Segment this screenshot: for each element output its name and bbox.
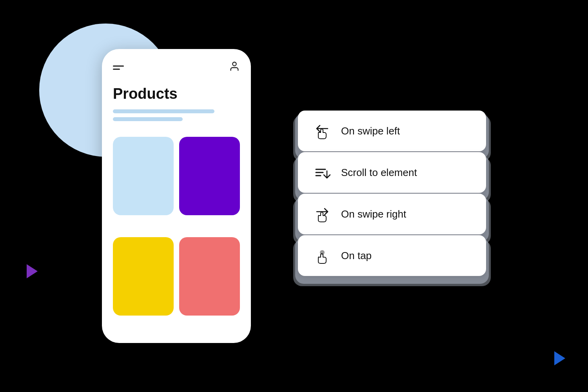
action-wrapper-swipe-left: On swipe left <box>298 111 486 157</box>
product-card-pink <box>179 237 240 316</box>
user-icon <box>229 61 240 74</box>
phone-wrapper: Products <box>102 49 251 343</box>
product-card-purple <box>179 137 240 215</box>
swipe-left-label: On swipe left <box>341 125 400 137</box>
deco-triangle-blue <box>554 351 565 365</box>
skeleton-line-1 <box>113 109 214 113</box>
product-card-light-blue <box>113 137 174 215</box>
product-card-yellow <box>113 237 174 316</box>
phone-mockup: Products <box>102 49 251 343</box>
action-wrapper-scroll: Scroll to element <box>298 152 486 198</box>
swipe-right-label: On swipe right <box>341 208 406 220</box>
phone-header <box>113 61 240 74</box>
scroll-to-element-icon <box>312 162 332 183</box>
skeleton-lines <box>113 109 240 125</box>
phone-title: Products <box>113 85 240 102</box>
scroll-label: Scroll to element <box>341 167 417 179</box>
swipe-left-icon <box>312 121 332 141</box>
action-card-swipe-left[interactable]: On swipe left <box>298 111 486 151</box>
deco-triangle-purple <box>27 264 38 278</box>
action-wrapper-swipe-right: On swipe right <box>298 194 486 240</box>
action-card-tap[interactable]: On tap <box>298 235 486 276</box>
skeleton-line-2 <box>113 117 183 121</box>
action-card-swipe-right[interactable]: On swipe right <box>298 194 486 234</box>
tap-icon <box>312 245 332 266</box>
tap-label: On tap <box>341 250 372 262</box>
hamburger-icon <box>113 65 124 70</box>
action-card-scroll[interactable]: Scroll to element <box>298 152 486 193</box>
actions-panel: On swipe left Scr <box>298 111 486 281</box>
svg-point-0 <box>232 62 236 66</box>
action-wrapper-tap: On tap <box>298 235 486 281</box>
product-grid <box>113 137 240 332</box>
swipe-right-icon <box>312 204 332 224</box>
scene: Products <box>0 0 588 392</box>
